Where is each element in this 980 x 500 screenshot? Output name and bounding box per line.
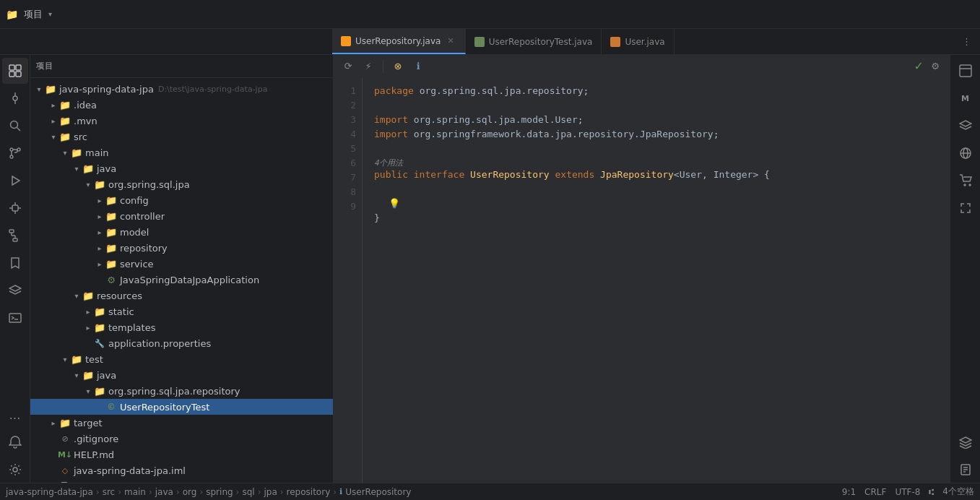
user-repo-test-label: UserRepositoryTest — [120, 402, 209, 413]
status-bar-right: 9:1 CRLF UTF-8 ⑆ 4个空格 — [842, 486, 974, 498]
warning-button[interactable]: ⊗ — [389, 58, 407, 75]
code-editor[interactable]: 1 2 3 4 5 6 7 8 9 package org.spring.sql… — [334, 78, 950, 483]
tree-arrow-mvn — [48, 115, 59, 126]
right-sidebar-icon-1[interactable] — [953, 58, 979, 84]
tab-close-button[interactable]: ✕ — [445, 35, 456, 46]
tree-item-resources[interactable]: 📁 resources — [30, 288, 333, 303]
svg-marker-28 — [960, 121, 971, 126]
tree-item-main[interactable]: 📁 main — [30, 145, 333, 160]
tree-item-java-folder[interactable]: 📁 java — [30, 160, 333, 176]
sidebar-layers-icon[interactable] — [2, 277, 28, 303]
right-sidebar-globe-icon[interactable] — [953, 140, 979, 166]
breadcrumb-root[interactable]: java-spring-data-jpa — [6, 487, 93, 497]
sidebar-settings-icon[interactable] — [2, 457, 28, 483]
md-icon: M↓ — [59, 449, 71, 460]
tree-arrow-test-folder — [59, 353, 71, 365]
tree-container[interactable]: 📁 java-spring-data-jpa D:\test\java-spri… — [30, 78, 333, 483]
sidebar-structure-icon[interactable] — [2, 223, 28, 249]
svg-rect-26 — [960, 65, 971, 77]
breadcrumb-src[interactable]: src — [103, 487, 116, 497]
tree-item-target[interactable]: 📁 target — [30, 415, 333, 431]
cursor-position[interactable]: 9:1 — [842, 487, 856, 497]
tree-item-user-repo-test[interactable]: © UserRepositoryTest — [30, 399, 333, 415]
svg-rect-3 — [16, 72, 21, 77]
build-button[interactable]: ⚡ — [360, 58, 377, 75]
breadcrumb-org[interactable]: org — [183, 487, 197, 497]
right-sidebar-expand-icon[interactable] — [953, 195, 979, 221]
settings-button[interactable]: ⚙ — [927, 58, 944, 75]
tree-item-help-md[interactable]: M↓ HELP.md — [30, 447, 333, 462]
sidebar-more-icon[interactable]: … — [2, 402, 28, 428]
tab-more-button[interactable]: ⋮ — [953, 29, 980, 54]
tree-arrow-test-java — [71, 369, 82, 381]
tree-item-mvn[interactable]: 📁 .mvn — [30, 113, 333, 129]
tree-item-config[interactable]: 📁 config — [30, 192, 333, 208]
file-tree-panel: 项目 📁 java-spring-data-jpa D:\test\java-s… — [30, 55, 334, 483]
tree-item-static[interactable]: 📁 static — [30, 303, 333, 319]
tree-item-src[interactable]: 📁 src — [30, 129, 333, 145]
right-sidebar-icon-3[interactable] — [953, 113, 979, 139]
svg-point-32 — [964, 184, 966, 186]
encoding[interactable]: UTF-8 — [895, 487, 920, 497]
breadcrumb-sql[interactable]: sql — [242, 487, 254, 497]
right-sidebar-list-icon[interactable] — [953, 429, 979, 455]
tree-item-gitignore[interactable]: ⊘ .gitignore — [30, 431, 333, 447]
info-button[interactable]: ℹ — [409, 58, 427, 75]
breadcrumb-class[interactable]: UserRepository — [345, 487, 411, 497]
tree-item-test-java[interactable]: 📁 java — [30, 367, 333, 383]
model-label: model — [120, 227, 149, 238]
main-layout: … 项目 📁 java-spring-data-jpa D:\test\java… — [0, 55, 980, 483]
indent-setting[interactable]: 4个空格 — [942, 486, 974, 498]
bulb-icon[interactable]: 💡 — [389, 198, 400, 209]
code-line-7 — [374, 182, 938, 197]
tree-item-iml[interactable]: ◇ java-spring-data-jpa.iml — [30, 462, 333, 478]
right-sidebar-maven-icon[interactable]: M — [953, 85, 979, 111]
tree-item-app-properties[interactable]: 🔧 application.properties — [30, 335, 333, 351]
chevron-down-icon: ▾ — [48, 10, 52, 18]
sidebar-git-icon[interactable] — [2, 140, 28, 166]
tree-item-package[interactable]: 📁 org.spring.sql.jpa — [30, 176, 333, 192]
tree-item-service[interactable]: 📁 service — [30, 256, 333, 272]
app-properties-label: application.properties — [108, 338, 211, 349]
breadcrumb-repository[interactable]: repository — [287, 487, 331, 497]
breadcrumb-java[interactable]: java — [155, 487, 173, 497]
sidebar-search-icon[interactable] — [2, 113, 28, 139]
tree-item-idea[interactable]: 📁 .idea — [30, 97, 333, 113]
panel-header: 项目 — [30, 55, 333, 78]
breadcrumb-main[interactable]: main — [124, 487, 146, 497]
sidebar-debug-icon[interactable] — [2, 195, 28, 221]
tab-user[interactable]: User.java — [602, 29, 674, 54]
reload-button[interactable]: ⟳ — [339, 58, 357, 75]
project-selector[interactable]: 📁 项目 ▾ — [6, 8, 121, 21]
tree-item-test-package[interactable]: 📁 org.spring.sql.jpa.repository — [30, 383, 333, 399]
tree-item-templates[interactable]: 📁 templates — [30, 319, 333, 335]
tree-item-root[interactable]: 📁 java-spring-data-jpa D:\test\java-spri… — [30, 81, 333, 97]
tab-user-repository[interactable]: UserRepository.java ✕ — [332, 29, 466, 54]
iml-icon: ◇ — [59, 465, 71, 476]
tree-arrow-repository — [94, 242, 105, 254]
sidebar-notifications-icon[interactable] — [2, 429, 28, 455]
project-folder-icon: 📁 — [6, 9, 18, 20]
sidebar-commit-icon[interactable] — [2, 85, 28, 111]
service-label: service — [120, 259, 154, 270]
tree-item-main-class[interactable]: ⚙ JavaSpringDataJpaApplication — [30, 272, 333, 288]
tree-item-controller[interactable]: 📁 controller — [30, 208, 333, 224]
right-sidebar-bookmark-icon[interactable] — [953, 457, 979, 483]
sidebar-project-icon[interactable] — [2, 58, 28, 84]
sidebar-terminal-icon[interactable] — [2, 305, 28, 331]
breadcrumb: java-spring-data-jpa › src › main › java… — [6, 487, 411, 497]
line-ending[interactable]: CRLF — [864, 487, 886, 497]
tree-arrow-target — [48, 417, 59, 428]
breadcrumb-jpa[interactable]: jpa — [264, 487, 277, 497]
tree-item-model[interactable]: 📁 model — [30, 224, 333, 240]
sidebar-bookmark-icon[interactable] — [2, 250, 28, 276]
tree-item-test-folder[interactable]: 📁 test — [30, 351, 333, 367]
code-content[interactable]: package org.spring.sql.jpa.repository; i… — [363, 78, 950, 483]
breadcrumb-spring[interactable]: spring — [206, 487, 233, 497]
tree-item-repository[interactable]: 📁 repository — [30, 240, 333, 256]
right-sidebar-cart-icon[interactable] — [953, 168, 979, 194]
sidebar-run-icon[interactable] — [2, 168, 28, 194]
java-folder-icon: 📁 — [82, 163, 94, 174]
tab-user-repository-test[interactable]: UserRepositoryTest.java — [466, 29, 602, 54]
breadcrumb-info-icon: ℹ — [339, 487, 342, 496]
